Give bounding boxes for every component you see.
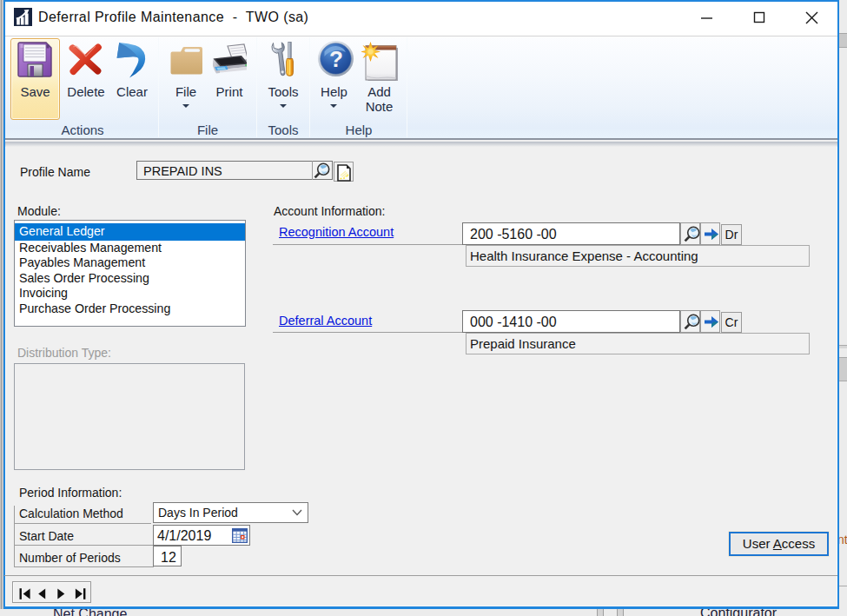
svg-text:?: ? — [329, 46, 343, 72]
